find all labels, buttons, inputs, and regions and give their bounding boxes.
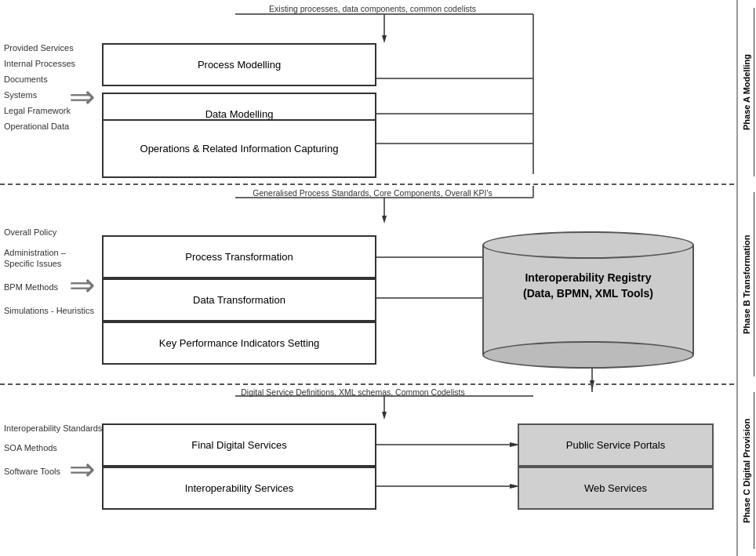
phase-c-label: Phase C Digital Provision — [739, 392, 754, 549]
label-operational-data: Operational Data — [4, 122, 69, 131]
svg-marker-3 — [382, 35, 387, 43]
operations-info-label: Operations & Related Information Capturi… — [140, 143, 339, 154]
process-modelling-box: Process Modelling — [102, 43, 376, 86]
label-software-tools: Software Tools — [4, 467, 60, 476]
process-transformation-label: Process Transformation — [185, 251, 293, 263]
label-interoperability-standards: Interoperability Standards — [4, 423, 102, 433]
public-service-portals-box: Public Service Portals — [518, 423, 714, 467]
svg-marker-10 — [382, 216, 387, 223]
operations-info-box: Operations & Related Information Capturi… — [102, 119, 376, 178]
label-overall-policy: Overall Policy — [4, 227, 56, 237]
kpi-setting-label: Key Performance Indicators Setting — [159, 337, 320, 349]
registry-label: Interoperability Registry(Data, BPMN, XM… — [482, 271, 694, 301]
web-services-box: Web Services — [518, 467, 714, 510]
label-documents: Documents — [4, 74, 48, 84]
final-digital-services-box: Final Digital Services — [102, 423, 376, 467]
data-transformation-box: Data Transformation — [102, 278, 376, 322]
label-internal-processes: Internal Processes — [4, 59, 75, 68]
phase-b-label: Phase B Transformation — [739, 192, 754, 376]
final-digital-services-label: Final Digital Services — [191, 439, 286, 451]
phase-c-fat-arrow: ⇒ — [69, 451, 96, 487]
phase-b-top-info: Generalised Process Standards, Core Comp… — [196, 188, 549, 198]
label-soa-methods: SOA Methods — [4, 443, 57, 452]
label-bpm-methods: BPM Methods — [4, 282, 58, 292]
phase-a-label: Phase A Modelling — [739, 8, 754, 176]
label-systems: Systems — [4, 90, 37, 100]
web-services-label: Web Services — [584, 482, 647, 494]
svg-marker-16 — [590, 380, 594, 391]
label-legal-framework: Legal Framework — [4, 106, 71, 115]
phase-a-top-info: Existing processes, data components, com… — [196, 4, 549, 13]
public-service-portals-label: Public Service Portals — [566, 439, 665, 451]
data-modelling-label: Data Modelling — [205, 108, 274, 120]
diagram: Existing processes, data components, com… — [0, 0, 756, 556]
process-transformation-box: Process Transformation — [102, 235, 376, 278]
phase-c-top-info: Digital Service Definitions, XML schemas… — [157, 387, 549, 397]
svg-marker-19 — [382, 412, 387, 420]
label-administration: Administration –Specific Issues — [4, 247, 66, 270]
interoperability-services-box: Interoperability Services — [102, 467, 376, 510]
interoperability-services-label: Interoperability Services — [185, 482, 294, 494]
phase-b-fat-arrow: ⇒ — [69, 267, 96, 303]
kpi-setting-box: Key Performance Indicators Setting — [102, 322, 376, 365]
registry-cylinder: Interoperability Registry(Data, BPMN, XM… — [482, 231, 694, 369]
process-modelling-label: Process Modelling — [198, 59, 281, 71]
phase-a-fat-arrow: ⇒ — [69, 78, 96, 114]
label-simulations: Simulations - Heuristics — [4, 306, 94, 315]
label-provided-services: Provided Services — [4, 43, 74, 53]
data-transformation-label: Data Transformation — [193, 294, 285, 306]
